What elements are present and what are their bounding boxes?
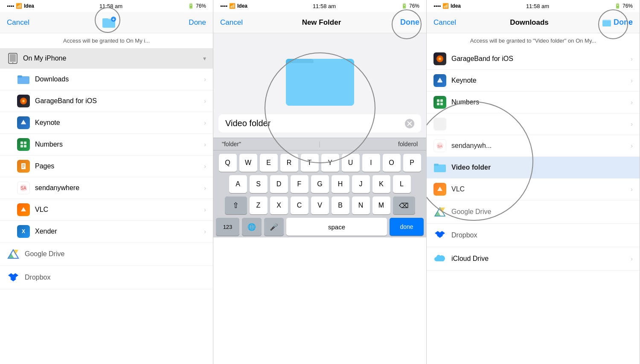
- on-my-iphone-header[interactable]: On My iPhone ▾: [0, 48, 213, 69]
- key-space[interactable]: space: [286, 218, 387, 236]
- vlc-label-3: VLC: [451, 185, 631, 193]
- key-mic[interactable]: 🎤: [264, 218, 284, 236]
- list-item-dropbox-1[interactable]: Dropbox: [0, 266, 213, 289]
- list-item-vlc-1[interactable]: VLC ›: [0, 199, 213, 221]
- list-item-numbers-1[interactable]: Numbers ›: [0, 134, 213, 156]
- chevron-xender-1: ›: [204, 228, 206, 235]
- key-x[interactable]: X: [270, 196, 288, 214]
- videofolder-label-3: Video folder: [451, 164, 633, 171]
- garageband-label-3: GarageBand for iOS: [451, 55, 631, 63]
- iphone-icon: [7, 52, 19, 64]
- key-shift[interactable]: ⇧: [225, 196, 247, 214]
- list-item-sendanywhere-1[interactable]: SA sendanywhere ›: [0, 177, 213, 199]
- access-message-3: Access will be granted to "Video folder"…: [427, 33, 640, 48]
- list-item-garageband-1[interactable]: GarageBand for iOS ›: [0, 90, 213, 112]
- key-r[interactable]: R: [280, 154, 298, 172]
- dropbox-label-3: Dropbox: [451, 231, 633, 239]
- folder-name-input[interactable]: Video folder: [218, 114, 421, 133]
- list-item-googledrive-3[interactable]: Google Drive: [427, 200, 640, 224]
- time-3: 11:58 am: [526, 3, 549, 9]
- on-my-iphone-label: On My iPhone: [23, 55, 66, 62]
- list-item-pages-1[interactable]: Pages ›: [0, 156, 213, 177]
- sendanywhere-icon-3: SA: [433, 139, 446, 152]
- svg-point-13: [23, 101, 24, 102]
- panel-3: ▪▪▪▪ 📶 Idea 11:58 am 🔋 76% Cancel Downlo…: [427, 0, 640, 364]
- list-item-icloud-3[interactable]: iCloud Drive ›: [427, 247, 640, 271]
- wifi-icon: 📶: [16, 3, 22, 9]
- list-item-keynote-3[interactable]: Keynote ›: [427, 70, 640, 92]
- list-item-garageband-3[interactable]: GarageBand for iOS ›: [427, 48, 640, 70]
- key-n[interactable]: N: [352, 196, 370, 214]
- suggestion-right[interactable]: folderol: [398, 141, 418, 147]
- cancel-button-3[interactable]: Cancel: [433, 18, 456, 27]
- svg-rect-56: [434, 164, 439, 166]
- key-v[interactable]: V: [311, 196, 329, 214]
- key-w[interactable]: W: [239, 154, 257, 172]
- key-h[interactable]: H: [332, 175, 349, 193]
- sendanywhere-label-3: sendanywh...: [451, 142, 631, 150]
- key-m[interactable]: M: [372, 196, 390, 214]
- list-item-numbers-3[interactable]: Numbers ›: [427, 92, 640, 113]
- key-o[interactable]: O: [383, 154, 401, 172]
- key-delete[interactable]: ⌫: [393, 196, 415, 214]
- key-p[interactable]: P: [403, 154, 421, 172]
- key-y[interactable]: Y: [321, 154, 339, 172]
- done-button-3[interactable]: Done: [614, 18, 633, 27]
- key-d[interactable]: D: [270, 175, 288, 193]
- svg-text:X: X: [22, 228, 25, 234]
- key-a[interactable]: A: [229, 175, 247, 193]
- key-g[interactable]: G: [311, 175, 329, 193]
- done-button-1[interactable]: Done: [189, 18, 206, 27]
- dropbox-icon-1: [7, 271, 20, 284]
- key-i[interactable]: I: [362, 154, 380, 172]
- key-e[interactable]: E: [260, 154, 278, 172]
- chevron-keynote-1: ›: [204, 119, 206, 126]
- key-l[interactable]: L: [393, 175, 411, 193]
- key-c[interactable]: C: [291, 196, 308, 214]
- key-k[interactable]: K: [372, 175, 390, 193]
- key-u[interactable]: U: [342, 154, 360, 172]
- chevron-sendanywhere-1: ›: [204, 185, 206, 191]
- clear-input-button[interactable]: [405, 119, 414, 128]
- svg-rect-49: [437, 99, 439, 102]
- list-item-videofolder-3[interactable]: Video folder: [427, 157, 640, 179]
- key-globe[interactable]: 🌐: [242, 218, 262, 236]
- cancel-button-1[interactable]: Cancel: [7, 18, 29, 27]
- time-2: 11:58 am: [313, 3, 336, 9]
- key-done[interactable]: done: [390, 218, 424, 236]
- suggestion-row: "folder" | folderol: [213, 138, 426, 150]
- key-t[interactable]: T: [301, 154, 319, 172]
- suggestion-divider: |: [319, 141, 320, 147]
- cancel-button-2[interactable]: Cancel: [220, 18, 243, 27]
- suggestion-left[interactable]: "folder": [222, 141, 241, 147]
- list-item-xender-1[interactable]: X Xender ›: [0, 221, 213, 243]
- keynote-icon-3: [433, 74, 446, 87]
- done-button-2[interactable]: Done: [400, 18, 419, 26]
- svg-marker-15: [21, 120, 26, 124]
- key-s[interactable]: S: [250, 175, 268, 193]
- list-item-downloads[interactable]: Downloads ›: [0, 69, 213, 90]
- folder-icon-downloads: [17, 73, 30, 86]
- key-f[interactable]: F: [291, 175, 308, 193]
- key-123[interactable]: 123: [216, 218, 239, 236]
- googledrive-label-1: Google Drive: [25, 250, 206, 258]
- list-item-sendanywhere-3[interactable]: SA sendanywh... ›: [427, 135, 640, 157]
- list-item-vlc-3[interactable]: VLC ›: [427, 179, 640, 200]
- key-z[interactable]: Z: [250, 196, 268, 214]
- svg-text:SA: SA: [20, 186, 26, 191]
- key-j[interactable]: J: [352, 175, 370, 193]
- vlc-label-1: VLC: [35, 206, 204, 214]
- key-q[interactable]: Q: [219, 154, 237, 172]
- chevron-numbers-3: ›: [631, 99, 633, 106]
- list-item-unknown-3[interactable]: ›: [427, 113, 640, 135]
- keynote-label-1: Keynote: [35, 119, 204, 127]
- list-item-keynote-1[interactable]: Keynote ›: [0, 112, 213, 134]
- list-item-googledrive-1[interactable]: Google Drive: [0, 243, 213, 266]
- key-b[interactable]: B: [332, 196, 349, 214]
- new-folder-icon-1[interactable]: +: [102, 15, 117, 30]
- list-item-dropbox-3[interactable]: Dropbox: [427, 224, 640, 247]
- svg-rect-51: [437, 103, 439, 105]
- numbers-icon-1: [17, 138, 30, 151]
- dropbox-label-1: Dropbox: [25, 274, 206, 281]
- chevron-unknown-3: ›: [631, 121, 633, 127]
